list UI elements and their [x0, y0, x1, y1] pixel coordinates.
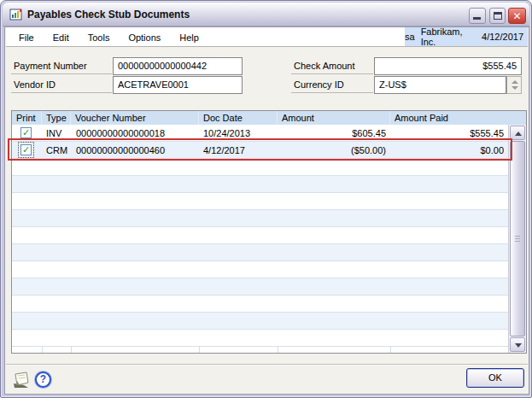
table-empty-row[interactable]	[12, 176, 508, 193]
ok-button[interactable]: OK	[466, 368, 524, 388]
table-body: ✓ INV 00000000000000018 10/24/2013 $605.…	[12, 125, 508, 353]
close-button[interactable]: ✕	[508, 8, 526, 24]
table-empty-row[interactable]	[12, 296, 508, 313]
spinner-down-icon	[512, 86, 518, 90]
table-empty-row[interactable]	[12, 330, 508, 347]
print-checkbox[interactable]: ✓	[20, 127, 32, 138]
doc-date-cell[interactable]: 10/24/2013	[203, 125, 278, 142]
help-icon: ?	[40, 373, 46, 385]
amount-paid-cell[interactable]: $555.45	[390, 125, 504, 142]
scrollbar-grip-icon	[515, 236, 520, 243]
currency-expansion-button[interactable]	[506, 76, 522, 94]
col-header-print[interactable]: Print	[12, 111, 42, 125]
status-date[interactable]: 4/12/2017	[482, 32, 523, 42]
check-amount-field[interactable]: $555.45	[374, 57, 522, 75]
scroll-down-icon	[515, 343, 522, 348]
minimize-icon	[473, 17, 481, 20]
scroll-up-button[interactable]	[510, 126, 525, 140]
spinner-up-icon	[512, 80, 518, 84]
table-header: Print Type Voucher Number Doc Date Amoun…	[12, 111, 526, 125]
note-attachment-button[interactable]	[11, 369, 32, 389]
col-header-doc-date[interactable]: Doc Date	[199, 111, 278, 125]
menu-items: File Edit Tools Options Help	[9, 27, 208, 47]
table-empty-row[interactable]	[12, 244, 508, 261]
table-empty-row[interactable]	[12, 227, 508, 244]
amount-cell[interactable]: ($50.00)	[278, 142, 386, 159]
table-empty-row[interactable]	[12, 193, 508, 210]
voucher-number-cell[interactable]: 00000000000000460	[76, 142, 199, 159]
payment-number-field[interactable]: 00000000000000442	[113, 57, 243, 75]
table-row-inv[interactable]: ✓ INV 00000000000000018 10/24/2013 $605.…	[12, 125, 508, 142]
menu-file[interactable]: File	[9, 29, 44, 46]
table-empty-row[interactable]	[12, 278, 508, 296]
status-user: sa	[405, 32, 415, 42]
title-bar[interactable]: Payables Check Stub Documents ✕	[3, 3, 529, 26]
table-row-crm[interactable]: ✓ CRM 00000000000000460 4/12/2017 ($50.0…	[12, 142, 508, 159]
currency-id-label: Currency ID	[291, 76, 373, 93]
voucher-number-cell[interactable]: 00000000000000018	[76, 125, 199, 142]
payment-number-label: Payment Number	[11, 57, 112, 74]
menu-options[interactable]: Options	[119, 29, 170, 46]
status-company[interactable]: Fabrikam, Inc.	[421, 26, 476, 47]
menu-help[interactable]: Help	[170, 29, 208, 46]
documents-table: Print Type Voucher Number Doc Date Amoun…	[11, 110, 527, 354]
maximize-button[interactable]	[489, 8, 506, 24]
print-cell: ✓	[12, 125, 42, 142]
payables-check-stub-window: Payables Check Stub Documents ✕ File Edi…	[0, 0, 532, 398]
vendor-id-label: Vendor ID	[11, 76, 112, 93]
table-empty-row[interactable]	[12, 261, 508, 278]
amount-cell[interactable]: $605.45	[278, 125, 386, 142]
vendor-id-field[interactable]: ACETRAVE0001	[113, 76, 243, 94]
table-empty-row[interactable]	[12, 313, 508, 330]
close-icon: ✕	[509, 9, 525, 23]
maximize-icon	[494, 12, 502, 20]
table-empty-row[interactable]	[12, 159, 508, 176]
scroll-up-icon	[515, 132, 522, 136]
table-empty-row[interactable]	[12, 210, 508, 227]
vertical-scrollbar[interactable]	[508, 125, 526, 353]
type-cell[interactable]: INV	[46, 125, 72, 142]
menu-edit[interactable]: Edit	[44, 29, 79, 46]
print-cell: ✓	[12, 142, 42, 159]
print-checkbox[interactable]: ✓	[20, 144, 32, 155]
window-chart-icon	[9, 8, 23, 21]
currency-id-field[interactable]: Z-US$	[374, 76, 506, 94]
amount-paid-cell[interactable]: $0.00	[390, 142, 504, 159]
help-button[interactable]: ?	[35, 372, 51, 388]
col-header-amount[interactable]: Amount	[278, 111, 390, 125]
minimize-button[interactable]	[469, 8, 486, 24]
col-header-type[interactable]: Type	[42, 111, 71, 125]
bottom-separator	[6, 364, 528, 366]
scroll-down-button[interactable]	[510, 337, 525, 352]
menu-tools[interactable]: Tools	[79, 29, 120, 46]
check-amount-label: Check Amount	[291, 57, 373, 74]
scrollbar-thumb[interactable]	[510, 141, 525, 337]
empty-rows-container	[12, 159, 508, 347]
col-header-voucher-number[interactable]: Voucher Number	[71, 111, 199, 125]
type-cell[interactable]: CRM	[46, 142, 72, 159]
col-header-amount-paid[interactable]: Amount Paid	[390, 111, 526, 125]
window-title: Payables Check Stub Documents	[27, 9, 190, 20]
doc-date-cell[interactable]: 4/12/2017	[203, 142, 278, 159]
session-status-bar: sa Fabrikam, Inc. 4/12/2017	[405, 27, 528, 47]
